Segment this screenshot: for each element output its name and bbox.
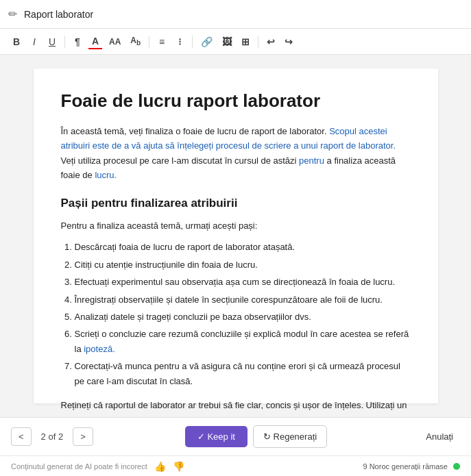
list-item: Scrieți o concluzie care rezumă concluzi… — [75, 327, 411, 356]
section-title: Pașii pentru finalizarea atribuirii — [61, 197, 411, 210]
bold-btn[interactable]: B — [10, 35, 23, 49]
list-item: Înregistrați observațiile și datele în s… — [75, 292, 411, 307]
feedback-btns: 👍 👎 — [153, 460, 186, 473]
link-btn[interactable]: 🔗 — [198, 35, 215, 49]
table-btn[interactable]: ⊞ — [239, 35, 252, 49]
thumbs-up-btn[interactable]: 👍 — [153, 460, 167, 473]
list-item: Corectați-vă munca pentru a vă asigura c… — [75, 359, 411, 388]
divider1 — [64, 36, 65, 48]
next-page-btn[interactable]: > — [73, 427, 93, 446]
action-buttons: ✓ Keep it ↻ Regenerați — [185, 425, 327, 448]
align-options-btn[interactable]: ⁝ — [173, 35, 186, 49]
steps-intro: Pentru a finaliza această temă, urmați a… — [61, 218, 411, 233]
chevron-right-icon: > — [80, 431, 86, 442]
ai-notice-section: Conținutul generat de AI poate fi incore… — [11, 460, 186, 473]
cancel-btn[interactable]: Anulați — [419, 426, 460, 447]
list-item: Efectuați experimentul sau observația aș… — [75, 275, 411, 289]
document-title: Raport laborator — [24, 9, 93, 20]
pagination-section: < 2 of 2 > — [11, 427, 93, 446]
divider4 — [258, 36, 258, 48]
top-bar: ✏ Raport laborator — [0, 0, 471, 29]
keep-it-btn[interactable]: ✓ Keep it — [185, 426, 247, 447]
undo-btn[interactable]: ↩ — [264, 35, 278, 49]
list-item: Descărcați foaia de lucru de raport de l… — [75, 240, 411, 254]
font-color-btn[interactable]: A — [88, 34, 102, 49]
redo-btn[interactable]: ↪ — [282, 35, 295, 49]
steps-list: Descărcați foaia de lucru de raport de l… — [75, 240, 411, 388]
document-card: Foaie de lucru raport laborator În aceas… — [34, 68, 438, 403]
generations-left-section: 9 Noroc generații rămase — [363, 462, 460, 471]
prev-page-btn[interactable]: < — [11, 427, 32, 446]
status-bar: Conținutul generat de AI poate fi incore… — [0, 455, 471, 476]
bottom-bar: < 2 of 2 > ✓ Keep it ↻ Regenerați Anulaț… — [0, 417, 471, 455]
toolbar: B I U ¶ A AA Ab ≡ ⁝ 🔗 🖼 ⊞ ↩ ↪ — [0, 29, 471, 55]
doc-main-title: Foaie de lucru raport laborator — [61, 90, 411, 112]
ai-notice-text: Conținutul generat de AI poate fi incore… — [11, 462, 147, 471]
paragraph-btn[interactable]: ¶ — [71, 35, 84, 49]
list-item: Citiți cu atenție instrucțiunile din foa… — [75, 258, 411, 272]
align-left-btn[interactable]: ≡ — [155, 35, 169, 49]
image-btn[interactable]: 🖼 — [219, 35, 234, 49]
divider3 — [192, 36, 193, 48]
regenerate-btn[interactable]: ↻ Regenerați — [253, 425, 327, 448]
cancel-section: Anulați — [419, 426, 460, 447]
underline-btn[interactable]: U — [45, 35, 59, 49]
clear-format-btn[interactable]: Ab — [128, 34, 143, 48]
font-size-btn[interactable]: AA — [106, 36, 123, 48]
list-item: Analizați datele și trageți concluzii pe… — [75, 310, 411, 324]
doc-intro-text: În această temă, veți finaliza o foaie d… — [61, 124, 411, 183]
chevron-left-icon: < — [19, 431, 24, 442]
page-indicator: 2 of 2 — [38, 431, 67, 442]
footer-text-1: Rețineți că raportul de laborator ar tre… — [61, 398, 411, 417]
generations-left-text: 9 Noroc generații rămase — [363, 462, 448, 471]
italic-btn[interactable]: I — [27, 35, 41, 49]
thumbs-down-btn[interactable]: 👎 — [171, 460, 186, 473]
green-status-dot — [453, 463, 460, 470]
divider2 — [149, 36, 149, 48]
edit-icon: ✏ — [8, 8, 17, 21]
content-area: Foaie de lucru raport laborator În aceas… — [0, 55, 471, 417]
